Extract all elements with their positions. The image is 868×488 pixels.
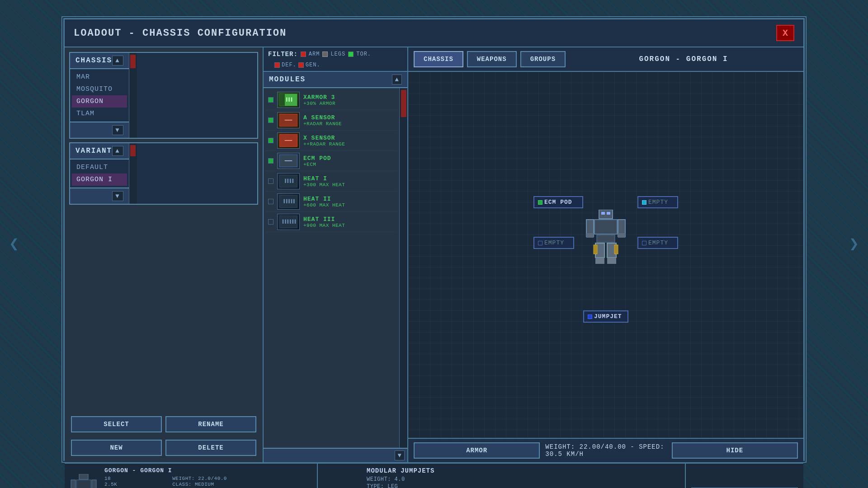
- svg-rect-14: [614, 245, 618, 254]
- chassis-item-mosquito[interactable]: MOSQUITO: [72, 83, 127, 95]
- selected-module-area: MODULAR JUMPJETS WEIGHT: 4.0 TYPE: LEG G…: [318, 464, 686, 488]
- save-area: SAVE AS NEW SAVE: [686, 464, 803, 488]
- hide-button[interactable]: HIDE: [672, 442, 798, 459]
- filter-label: FILTER:: [268, 51, 298, 58]
- module-item-heat3[interactable]: ▐▐▐▐▐▐ HEAT III +900 MAX HEAT: [265, 212, 397, 232]
- mech-display: ECM POD EMPTY: [408, 72, 803, 438]
- chassis-label: CHASSIS: [75, 56, 112, 65]
- mech-slots-container: ECM POD EMPTY: [529, 183, 683, 327]
- mech-body-sprite: [585, 210, 626, 271]
- filter-gen-label: GEN.: [306, 62, 321, 68]
- module-info-xsensor: X SENSOR ++RADAR RANGE: [303, 135, 395, 147]
- mech-mini-sprite: [70, 474, 97, 488]
- modules-title: MODULES: [269, 75, 306, 84]
- modules-scroll-up[interactable]: ▲: [392, 75, 402, 84]
- variant-item-gorgon1[interactable]: GORGON I: [72, 174, 127, 186]
- filter-arm-label: ARM: [309, 51, 320, 57]
- module-desc-heat1: +300 MAX HEAT: [303, 182, 395, 188]
- filter-tor-label: TOR.: [356, 51, 371, 57]
- slot-left-torso[interactable]: EMPTY: [533, 237, 574, 249]
- filter-gen-dot[interactable]: [298, 62, 304, 68]
- slot-left-torso-check: [538, 241, 542, 245]
- module-check-heat3: [268, 219, 274, 225]
- title-bar: LOADOUT - CHASSIS CONFIGURATION X: [65, 19, 803, 47]
- module-item-ecmpod[interactable]: ━━━ ECM POD +ECM: [265, 151, 397, 171]
- delete-button[interactable]: DELETE: [165, 440, 256, 456]
- stat-armor: 18: [104, 476, 170, 481]
- tab-chassis[interactable]: CHASSIS: [414, 51, 463, 67]
- filter-bar: FILTER: ARM LEGS TOR. DEF. GEN.: [264, 47, 407, 72]
- slot-ecm-pod-check: [538, 200, 542, 205]
- module-details: MODULAR JUMPJETS WEIGHT: 4.0 TYPE: LEG G…: [367, 467, 679, 488]
- tab-groups[interactable]: GROUPS: [520, 51, 566, 67]
- new-button[interactable]: NEW: [71, 440, 162, 456]
- module-desc-heat3: +900 MAX HEAT: [303, 223, 395, 228]
- filter-legs-label: LEGS: [330, 51, 345, 57]
- selected-module-type: TYPE: LEG: [367, 483, 679, 488]
- chassis-item-mar[interactable]: MAR: [72, 71, 127, 83]
- module-icon-heat1: ▐▐▐▐: [277, 173, 300, 189]
- modules-scroll-down[interactable]: ▼: [395, 450, 405, 460]
- armor-button[interactable]: ARMOR: [414, 442, 540, 459]
- left-panel: CHASSIS ▲ MAR MOSQUITO GORGON TLAM: [65, 47, 264, 462]
- svg-rect-18: [92, 480, 96, 488]
- module-item-xarmor3[interactable]: ▐▐▐ XARMOR 3 +30% ARMOR: [265, 90, 397, 110]
- module-item-heat2[interactable]: ▐▐▐▐▐ HEAT II +600 MAX HEAT: [265, 192, 397, 212]
- module-icon-asensor: ━━━: [277, 112, 300, 128]
- module-info-heat1: HEAT I +300 MAX HEAT: [303, 175, 395, 188]
- variant-scroll-down-bar: ▼: [70, 188, 129, 204]
- module-info-ecmpod: ECM POD +ECM: [303, 155, 395, 167]
- chassis-item-gorgon[interactable]: GORGON: [72, 95, 127, 108]
- variant-section: VARIANT ▲ DEFAULT GORGON I ▼: [69, 142, 258, 205]
- module-check-heat1: [268, 178, 274, 184]
- module-info-heat3: HEAT III +900 MAX HEAT: [303, 216, 395, 228]
- close-button[interactable]: X: [776, 25, 794, 41]
- filter-arm-dot[interactable]: [301, 52, 306, 57]
- module-check-xarmor3: [268, 97, 274, 103]
- module-check-asensor: [268, 117, 274, 123]
- mech-stats: GORGON - GORGON I 18 WEIGHT: 22.0/40.0 2…: [65, 464, 318, 488]
- module-item-xsensor[interactable]: ━━━ X SENSOR ++RADAR RANGE: [265, 131, 397, 151]
- selected-module-weight: WEIGHT: 4.0: [367, 476, 679, 483]
- slot-right-arm[interactable]: EMPTY: [637, 196, 678, 208]
- modules-scroll-container: ▐▐▐ XARMOR 3 +30% ARMOR ━━━: [264, 88, 407, 448]
- chassis-scroll-down[interactable]: ▼: [112, 125, 123, 135]
- module-icon-heat2: ▐▐▐▐▐: [277, 193, 300, 210]
- module-desc-heat2: +600 MAX HEAT: [303, 202, 395, 208]
- modules-panel: FILTER: ARM LEGS TOR. DEF. GEN. MODULES: [264, 47, 408, 462]
- filter-tor-dot[interactable]: [348, 52, 354, 57]
- module-info-heat2: HEAT II +600 MAX HEAT: [303, 196, 395, 208]
- svg-rect-0: [599, 210, 613, 219]
- module-icon-xsensor: ━━━: [277, 132, 300, 149]
- info-panel: GORGON - GORGON I 18 WEIGHT: 22.0/40.0 2…: [65, 462, 803, 488]
- chassis-section: CHASSIS ▲ MAR MOSQUITO GORGON TLAM: [69, 52, 258, 139]
- tab-weapons[interactable]: WEAPONS: [467, 51, 517, 67]
- chassis-scroll-up[interactable]: ▲: [112, 56, 123, 66]
- slot-ecm-pod[interactable]: ECM POD: [533, 196, 583, 208]
- chassis-item-tlam[interactable]: TLAM: [72, 108, 127, 120]
- filter-def-dot[interactable]: [274, 62, 280, 68]
- filter-legs-dot[interactable]: [322, 52, 328, 57]
- module-name-ecmpod: ECM POD: [303, 155, 395, 162]
- right-panel: CHASSIS WEAPONS GROUPS GORGON - GORGON I…: [408, 47, 803, 462]
- select-rename-row: SELECT RENAME: [69, 414, 258, 434]
- variant-item-default[interactable]: DEFAULT: [72, 161, 127, 174]
- stat-class: CLASS: MEDIUM: [172, 482, 271, 487]
- slot-jumpjet-label: JUMPJET: [594, 313, 622, 320]
- module-item-asensor[interactable]: ━━━ A SENSOR +RADAR RANGE: [265, 110, 397, 131]
- mech-stats-text: GORGON - GORGON I 18 WEIGHT: 22.0/40.0 2…: [104, 467, 311, 488]
- svg-rect-17: [71, 480, 75, 488]
- right-top-bar: CHASSIS WEAPONS GROUPS GORGON - GORGON I: [408, 47, 803, 72]
- module-item-heat1[interactable]: ▐▐▐▐ HEAT I +300 MAX HEAT: [265, 171, 397, 192]
- module-name-asensor: A SENSOR: [303, 114, 395, 121]
- rename-button[interactable]: RENAME: [165, 416, 256, 432]
- variant-scroll-down[interactable]: ▼: [112, 191, 123, 201]
- slot-right-torso[interactable]: EMPTY: [637, 237, 678, 249]
- filter-def-label: DEF.: [282, 62, 297, 68]
- modules-list: ▐▐▐ XARMOR 3 +30% ARMOR ━━━: [264, 88, 399, 448]
- slot-jumpjet[interactable]: JUMPJET: [583, 310, 628, 323]
- module-check-heat2: [268, 199, 274, 204]
- module-name-heat3: HEAT III: [303, 216, 395, 223]
- variant-scroll-up[interactable]: ▲: [112, 146, 123, 156]
- select-button[interactable]: SELECT: [71, 416, 162, 432]
